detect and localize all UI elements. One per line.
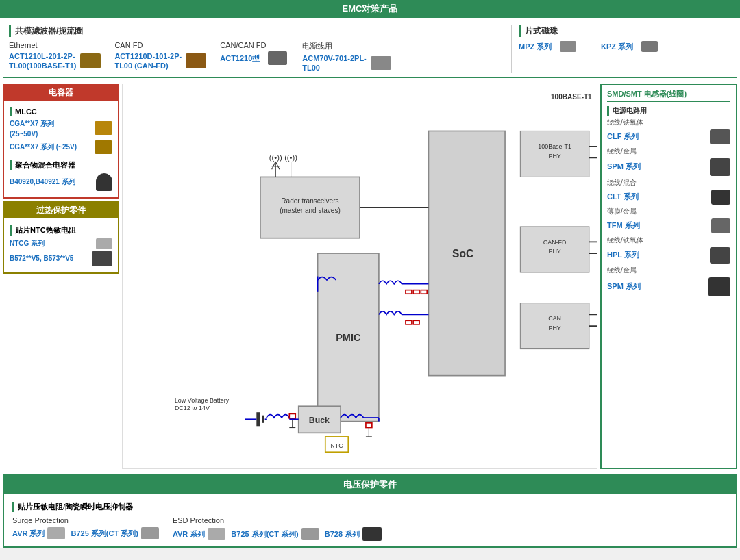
icon-spm1 [710, 158, 730, 176]
svg-text:Rader transceivers: Rader transceivers [281, 197, 338, 205]
cap-header: 电容器 [4, 85, 118, 101]
icon-cga2 [95, 140, 112, 154]
link-hpl[interactable]: HPL 系列 [607, 250, 639, 260]
cap-body: MLCC CGA**X7 系列(25~50V) CGA**X7 系列 (~25V… [4, 101, 118, 197]
link-spm1[interactable]: SPM 系列 [607, 162, 641, 172]
svg-rect-73 [262, 415, 264, 422]
surge-avr: AVR 系列 [12, 527, 65, 539]
link-ethernet[interactable]: ACT1210L-201-2P-TL00(100BASE-T1) [9, 51, 76, 71]
product-ethernet-icon-row: ACT1210L-201-2P-TL00(100BASE-T1) [9, 51, 101, 71]
svg-text:((•)): ((•)) [284, 153, 297, 161]
svg-text:100BASE-T1: 100BASE-T1 [551, 92, 592, 100]
svg-line-57 [272, 162, 276, 169]
icon-canfd [186, 53, 206, 68]
esd-cat: ESD Protection [173, 516, 382, 524]
right-sidebar-title: SMD/SMT 电感器(线圈) [607, 89, 730, 102]
product-item-canfd: CAN FD ACT1210D-101-2P-TL00 (CAN-FD) [114, 41, 206, 71]
svg-rect-72 [256, 412, 260, 426]
right-product-clt: CLT 系列 [607, 190, 730, 205]
right-product-clf: CLF 系列 [607, 129, 730, 144]
cap-sub2: 聚合物混合电容器 [10, 160, 112, 170]
link-surge-avr[interactable]: AVR 系列 [12, 529, 45, 538]
emc-product-row: Ethernet ACT1210L-201-2P-TL00(100BASE-T1… [9, 41, 504, 73]
link-cancn[interactable]: ACT1210型 [220, 53, 260, 63]
category-power: 电源线用 [302, 41, 332, 51]
left-sidebar: 电容器 MLCC CGA**X7 系列(25~50V) CGA**X7 [3, 84, 119, 469]
svg-rect-80 [366, 422, 372, 427]
emc-right: 片式磁珠 MPZ 系列 KPZ 系列 [512, 25, 731, 52]
icon-esd-b725 [301, 528, 319, 540]
svg-text:PHY: PHY [548, 248, 560, 255]
product-item-mpz: MPZ 系列 [519, 41, 587, 52]
svg-text:DC12 to 14V: DC12 to 14V [175, 404, 210, 411]
svg-text:PHY: PHY [548, 152, 560, 159]
icon-kpz [641, 41, 658, 52]
product-canfd-icon-row: ACT1210D-101-2P-TL00 (CAN-FD) [114, 51, 206, 71]
svg-text:CAN: CAN [548, 315, 561, 322]
icon-cancn [268, 51, 287, 65]
link-mpz[interactable]: MPZ 系列 [519, 42, 552, 51]
voltage-sub: 贴片压敏电阻/陶瓷瞬时电压抑制器 [12, 502, 728, 512]
prot-section: 过热保护零件 贴片NTC热敏电阻 NTCG 系列 B572**V5, B573*… [3, 201, 119, 274]
icon-surge-avr [47, 527, 65, 539]
link-esd-b728[interactable]: B728 系列 [325, 529, 360, 539]
icon-b572 [92, 251, 112, 266]
right-text-sub7: 绕线/金属 [607, 266, 730, 275]
right-product-spm1: SPM 系列 [607, 158, 730, 176]
icon-clf [710, 129, 730, 144]
link-ntcg[interactable]: NTCG 系列 [10, 239, 45, 249]
prot-product1: NTCG 系列 [10, 238, 112, 249]
category-ethernet: Ethernet [9, 41, 38, 49]
right-text-sub3: 绕线/金属 [607, 147, 730, 156]
link-power[interactable]: ACM70V-701-2PL-TL00 [302, 53, 367, 73]
svg-rect-66 [421, 290, 427, 294]
esd-group: ESD Protection AVR 系列 B725 系列(CT 系列) B72… [173, 516, 382, 541]
link-canfd[interactable]: ACT1210D-101-2P-TL00 (CAN-FD) [114, 51, 182, 71]
voltage-product-row: Surge Protection AVR 系列 B725 系列(CT 系列) [12, 516, 728, 541]
prot-title: 过热保护零件 [36, 205, 86, 215]
link-b572[interactable]: B572**V5, B573**V5 [10, 255, 73, 262]
link-cga2[interactable]: CGA**X7 系列 (~25V) [10, 143, 77, 151]
svg-rect-74 [289, 413, 295, 418]
voltage-title: 电压保护零件 [343, 479, 397, 489]
svg-rect-69 [413, 320, 419, 324]
link-cga1[interactable]: CGA**X7 系列(25~50V) [10, 120, 54, 138]
link-kpz[interactable]: KPZ 系列 [601, 42, 633, 51]
icon-hpl [710, 247, 730, 264]
link-esd-b725[interactable]: B725 系列(CT 系列) [231, 529, 298, 539]
link-b40920[interactable]: B40920,B40921 系列 [10, 177, 75, 187]
icon-power [371, 56, 391, 70]
cap-section: 电容器 MLCC CGA**X7 系列(25~50V) CGA**X7 [3, 84, 119, 199]
svg-line-58 [275, 162, 280, 169]
category-cancn: CAN/CAN FD [220, 41, 266, 49]
voltage-header: 电压保护零件 [4, 476, 736, 494]
icon-ntcg [96, 238, 112, 249]
svg-rect-65 [413, 290, 419, 294]
svg-text:Low Voltage Battery: Low Voltage Battery [175, 396, 230, 403]
link-clt[interactable]: CLT 系列 [607, 192, 639, 202]
icon-clt [711, 190, 730, 205]
right-text-sub4: 绕线/混合 [607, 178, 730, 188]
product-kpz-icon-row: KPZ 系列 [601, 41, 658, 52]
cap-title: 电容器 [49, 88, 73, 97]
center-diagram: 100BASE-T1 SoC 100Base-T1 PHY CAN-FD PHY… [122, 84, 597, 469]
link-esd-avr[interactable]: AVR 系列 [173, 529, 205, 539]
svg-text:PMIC: PMIC [336, 332, 361, 343]
link-tfm[interactable]: TFM 系列 [607, 220, 640, 231]
svg-text:Buck: Buck [309, 415, 330, 424]
svg-text:SoC: SoC [452, 247, 473, 259]
icon-tfm [711, 218, 730, 233]
page-wrapper: EMC对策产品 共模滤波器/扼流圈 Ethernet ACT1210L-201-… [0, 0, 740, 548]
icon-esd-avr [208, 528, 225, 540]
emc-title: EMC对策产品 [343, 3, 398, 14]
right-product-hpl: HPL 系列 [607, 247, 730, 264]
link-spm2[interactable]: SPM 系列 [607, 281, 641, 292]
prot-product2: B572**V5, B573**V5 [10, 251, 112, 266]
emc-left-title: 共模滤波器/扼流圈 [9, 25, 504, 37]
right-text-sub5: 薄膜/金属 [607, 207, 730, 216]
esd-b728: B728 系列 [325, 527, 382, 541]
link-clf[interactable]: CLF 系列 [607, 131, 639, 142]
link-surge-b725[interactable]: B725 系列(CT 系列) [71, 529, 138, 538]
surge-cat: Surge Protection [12, 516, 159, 524]
prot-sub1: 贴片NTC热敏电阻 [10, 225, 112, 236]
